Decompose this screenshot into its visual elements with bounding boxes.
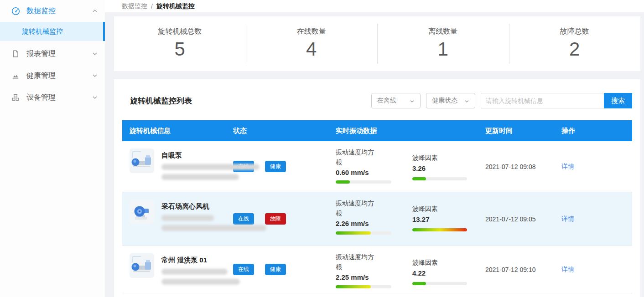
detail-link[interactable]: 详情 xyxy=(561,215,574,223)
stat-label: 在线数量 xyxy=(297,27,326,36)
rms-progress-bar xyxy=(336,285,391,288)
rms-value: 2.26 mm/s xyxy=(336,220,412,227)
sidebar-item-data-monitoring[interactable]: 数据监控 xyxy=(0,0,105,22)
rms-label: 振动速度均方根 xyxy=(336,252,378,272)
device-thumbnail xyxy=(130,148,154,173)
rms-progress-bar xyxy=(336,231,391,235)
sidebar-item-device-management[interactable]: 设备管理 xyxy=(0,87,105,108)
crest-factor-value: 13.27 xyxy=(412,215,467,223)
detail-link[interactable]: 详情 xyxy=(561,266,574,274)
crest-factor-label: 波峰因素 xyxy=(412,204,467,214)
rms-label: 振动速度均方根 xyxy=(336,199,378,218)
column-header: 更新时间 xyxy=(478,127,554,135)
sidebar-item-rotating-machinery[interactable]: 旋转机械监控 xyxy=(0,22,105,41)
select-value: 在离线 xyxy=(377,97,396,105)
column-header: 操作 xyxy=(554,127,632,135)
crest-factor-value: 4.22 xyxy=(412,269,467,277)
health-chart-icon xyxy=(11,71,20,80)
redacted-text xyxy=(161,164,260,170)
chevron-down-icon xyxy=(410,97,415,104)
rms-progress-bar xyxy=(336,180,391,184)
online-status-badge: 在线 xyxy=(233,213,254,225)
crest-progress-bar xyxy=(412,228,467,231)
chevron-down-icon xyxy=(92,96,98,99)
stat-label: 离线数量 xyxy=(428,27,457,36)
stats-card: 旋转机械总数 5 在线数量 4 离线数量 1 故障总数 2 xyxy=(114,16,640,71)
chevron-up-icon xyxy=(92,9,98,13)
online-offline-select[interactable]: 在离线 xyxy=(371,93,421,108)
crest-factor-value: 3.26 xyxy=(412,164,467,172)
table-row: 常州 泄洪泵 01在线健康振动速度均方根2.25 mm/s波峰因素4.22202… xyxy=(122,246,632,293)
sidebar-item-label: 报表管理 xyxy=(26,49,92,59)
breadcrumb-current: 旋转机械监控 xyxy=(156,2,195,10)
redacted-text xyxy=(161,269,228,275)
gauge-icon xyxy=(11,6,20,15)
search-input[interactable] xyxy=(481,93,604,108)
table-header-row: 旋转机械信息状态实时振动数据更新时间操作 xyxy=(122,120,632,141)
search-button[interactable]: 搜索 xyxy=(604,93,632,108)
health-status-badge: 故障 xyxy=(265,213,286,225)
device-thumbnail xyxy=(130,200,154,224)
chevron-down-icon xyxy=(464,97,469,104)
machine-table: 旋转机械信息状态实时振动数据更新时间操作 自吸泵在线健康振动速度均方根0.60 … xyxy=(122,120,632,293)
chevron-down-icon xyxy=(92,52,98,56)
crest-progress-bar xyxy=(412,282,467,285)
filter-bar: 在离线 健康状态 搜索 xyxy=(371,93,632,108)
health-status-select[interactable]: 健康状态 xyxy=(426,93,475,108)
device-grid-icon xyxy=(11,93,20,102)
sidebar-item-label: 设备管理 xyxy=(26,93,92,102)
redacted-text xyxy=(161,215,214,221)
breadcrumb-separator: / xyxy=(151,3,153,10)
table-row: 采石场离心风机在线故障振动速度均方根2.26 mm/s波峰因素13.272021… xyxy=(122,192,632,246)
stat-label: 故障总数 xyxy=(560,27,589,36)
column-header: 实时振动数据 xyxy=(332,127,478,135)
stat-offline-count: 离线数量 1 xyxy=(377,16,509,71)
updated-time: 2021-07-12 09:08 xyxy=(478,141,554,192)
sidebar-item-label: 数据监控 xyxy=(26,6,92,16)
updated-time: 2021-07-12 09:10 xyxy=(478,246,554,293)
table-row: 自吸泵在线健康振动速度均方根0.60 mm/s波峰因素3.262021-07-1… xyxy=(122,141,632,192)
panel-title: 旋转机械监控列表 xyxy=(122,96,192,106)
updated-time: 2021-07-12 09:05 xyxy=(478,192,554,246)
health-status-badge: 健康 xyxy=(265,161,286,172)
sidebar-item-label: 健康管理 xyxy=(26,71,92,81)
sidebar-item-report-management[interactable]: 报表管理 xyxy=(0,43,105,65)
select-value: 健康状态 xyxy=(432,97,457,105)
rms-value: 2.25 mm/s xyxy=(336,273,412,281)
column-header: 状态 xyxy=(226,127,332,135)
redacted-text xyxy=(161,279,240,285)
stat-total-machines: 旋转机械总数 5 xyxy=(114,16,246,71)
stat-label: 旋转机械总数 xyxy=(158,27,202,36)
stat-value: 5 xyxy=(175,38,185,60)
crest-progress-bar xyxy=(412,177,467,180)
table-body: 自吸泵在线健康振动速度均方根0.60 mm/s波峰因素3.262021-07-1… xyxy=(122,141,632,293)
crest-factor-label: 波峰因素 xyxy=(412,258,467,268)
device-thumbnail xyxy=(130,253,154,278)
column-header: 旋转机械信息 xyxy=(122,127,226,135)
stat-value: 1 xyxy=(438,38,448,60)
content-area: 数据监控 / 旋转机械监控 旋转机械总数 5 在线数量 4 离线数量 1 故障总… xyxy=(105,0,644,297)
sidebar-subitem-label: 旋转机械监控 xyxy=(22,27,63,36)
online-status-badge: 在线 xyxy=(233,264,254,275)
breadcrumb: 数据监控 / 旋转机械监控 xyxy=(105,0,644,13)
sidebar: 数据监控 旋转机械监控 报表管理 健康管理 设备管理 xyxy=(0,0,105,297)
machine-list-panel: 旋转机械监控列表 在离线 健康状态 搜索 xyxy=(114,79,640,297)
sidebar-item-health-management[interactable]: 健康管理 xyxy=(0,65,105,87)
stat-online-count: 在线数量 4 xyxy=(246,16,378,71)
stat-value: 4 xyxy=(306,38,317,60)
redacted-text xyxy=(161,174,239,180)
report-icon xyxy=(11,49,20,58)
stat-fault-count: 故障总数 2 xyxy=(509,16,641,71)
breadcrumb-parent[interactable]: 数据监控 xyxy=(122,2,147,10)
health-status-badge: 健康 xyxy=(265,264,286,275)
redacted-text xyxy=(161,225,266,231)
detail-link[interactable]: 详情 xyxy=(561,163,574,171)
chevron-down-icon xyxy=(92,74,98,77)
stat-value: 2 xyxy=(569,38,580,60)
crest-factor-label: 波峰因素 xyxy=(412,153,467,163)
rms-value: 0.60 mm/s xyxy=(336,169,412,176)
rms-label: 振动速度均方根 xyxy=(336,148,378,167)
